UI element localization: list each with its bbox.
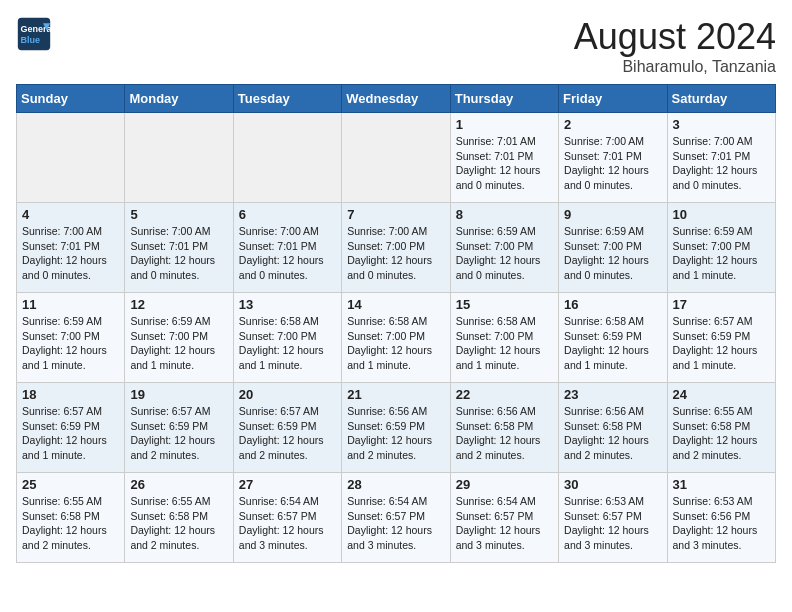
day-number: 3 bbox=[673, 117, 770, 132]
calendar-cell: 21Sunrise: 6:56 AMSunset: 6:59 PMDayligh… bbox=[342, 383, 450, 473]
calendar-cell: 10Sunrise: 6:59 AMSunset: 7:00 PMDayligh… bbox=[667, 203, 775, 293]
week-row-2: 4Sunrise: 7:00 AMSunset: 7:01 PMDaylight… bbox=[17, 203, 776, 293]
day-number: 24 bbox=[673, 387, 770, 402]
day-info: Sunrise: 6:55 AMSunset: 6:58 PMDaylight:… bbox=[22, 494, 119, 553]
calendar-cell: 30Sunrise: 6:53 AMSunset: 6:57 PMDayligh… bbox=[559, 473, 667, 563]
calendar-cell: 1Sunrise: 7:01 AMSunset: 7:01 PMDaylight… bbox=[450, 113, 558, 203]
day-number: 30 bbox=[564, 477, 661, 492]
day-info: Sunrise: 6:56 AMSunset: 6:58 PMDaylight:… bbox=[456, 404, 553, 463]
day-info: Sunrise: 6:55 AMSunset: 6:58 PMDaylight:… bbox=[130, 494, 227, 553]
day-number: 26 bbox=[130, 477, 227, 492]
weekday-header-thursday: Thursday bbox=[450, 85, 558, 113]
calendar-cell bbox=[233, 113, 341, 203]
calendar-cell: 13Sunrise: 6:58 AMSunset: 7:00 PMDayligh… bbox=[233, 293, 341, 383]
day-number: 22 bbox=[456, 387, 553, 402]
day-number: 17 bbox=[673, 297, 770, 312]
day-number: 18 bbox=[22, 387, 119, 402]
week-row-3: 11Sunrise: 6:59 AMSunset: 7:00 PMDayligh… bbox=[17, 293, 776, 383]
day-info: Sunrise: 6:57 AMSunset: 6:59 PMDaylight:… bbox=[130, 404, 227, 463]
day-info: Sunrise: 7:00 AMSunset: 7:01 PMDaylight:… bbox=[564, 134, 661, 193]
day-number: 5 bbox=[130, 207, 227, 222]
day-number: 20 bbox=[239, 387, 336, 402]
day-info: Sunrise: 7:00 AMSunset: 7:01 PMDaylight:… bbox=[239, 224, 336, 283]
day-number: 16 bbox=[564, 297, 661, 312]
day-info: Sunrise: 6:57 AMSunset: 6:59 PMDaylight:… bbox=[673, 314, 770, 373]
day-number: 31 bbox=[673, 477, 770, 492]
calendar-cell: 20Sunrise: 6:57 AMSunset: 6:59 PMDayligh… bbox=[233, 383, 341, 473]
day-number: 8 bbox=[456, 207, 553, 222]
day-number: 28 bbox=[347, 477, 444, 492]
calendar-cell: 14Sunrise: 6:58 AMSunset: 7:00 PMDayligh… bbox=[342, 293, 450, 383]
logo-icon: General Blue bbox=[16, 16, 52, 52]
day-info: Sunrise: 6:58 AMSunset: 6:59 PMDaylight:… bbox=[564, 314, 661, 373]
day-number: 6 bbox=[239, 207, 336, 222]
weekday-header-wednesday: Wednesday bbox=[342, 85, 450, 113]
location: Biharamulo, Tanzania bbox=[574, 58, 776, 76]
day-number: 29 bbox=[456, 477, 553, 492]
day-info: Sunrise: 6:59 AMSunset: 7:00 PMDaylight:… bbox=[130, 314, 227, 373]
calendar-cell: 11Sunrise: 6:59 AMSunset: 7:00 PMDayligh… bbox=[17, 293, 125, 383]
day-info: Sunrise: 7:01 AMSunset: 7:01 PMDaylight:… bbox=[456, 134, 553, 193]
day-number: 13 bbox=[239, 297, 336, 312]
calendar-cell: 31Sunrise: 6:53 AMSunset: 6:56 PMDayligh… bbox=[667, 473, 775, 563]
calendar-cell: 8Sunrise: 6:59 AMSunset: 7:00 PMDaylight… bbox=[450, 203, 558, 293]
calendar-cell: 7Sunrise: 7:00 AMSunset: 7:00 PMDaylight… bbox=[342, 203, 450, 293]
calendar-cell: 6Sunrise: 7:00 AMSunset: 7:01 PMDaylight… bbox=[233, 203, 341, 293]
day-info: Sunrise: 6:58 AMSunset: 7:00 PMDaylight:… bbox=[347, 314, 444, 373]
day-number: 2 bbox=[564, 117, 661, 132]
month-title: August 2024 bbox=[574, 16, 776, 58]
day-info: Sunrise: 7:00 AMSunset: 7:01 PMDaylight:… bbox=[130, 224, 227, 283]
day-number: 19 bbox=[130, 387, 227, 402]
day-info: Sunrise: 6:58 AMSunset: 7:00 PMDaylight:… bbox=[456, 314, 553, 373]
weekday-header-row: SundayMondayTuesdayWednesdayThursdayFrid… bbox=[17, 85, 776, 113]
day-info: Sunrise: 6:59 AMSunset: 7:00 PMDaylight:… bbox=[673, 224, 770, 283]
calendar-cell: 29Sunrise: 6:54 AMSunset: 6:57 PMDayligh… bbox=[450, 473, 558, 563]
day-info: Sunrise: 6:57 AMSunset: 6:59 PMDaylight:… bbox=[22, 404, 119, 463]
calendar-cell: 12Sunrise: 6:59 AMSunset: 7:00 PMDayligh… bbox=[125, 293, 233, 383]
calendar-cell: 26Sunrise: 6:55 AMSunset: 6:58 PMDayligh… bbox=[125, 473, 233, 563]
day-info: Sunrise: 7:00 AMSunset: 7:01 PMDaylight:… bbox=[673, 134, 770, 193]
day-info: Sunrise: 6:59 AMSunset: 7:00 PMDaylight:… bbox=[456, 224, 553, 283]
day-number: 15 bbox=[456, 297, 553, 312]
calendar-cell: 27Sunrise: 6:54 AMSunset: 6:57 PMDayligh… bbox=[233, 473, 341, 563]
svg-text:Blue: Blue bbox=[21, 35, 41, 45]
title-block: August 2024 Biharamulo, Tanzania bbox=[574, 16, 776, 76]
weekday-header-tuesday: Tuesday bbox=[233, 85, 341, 113]
week-row-1: 1Sunrise: 7:01 AMSunset: 7:01 PMDaylight… bbox=[17, 113, 776, 203]
calendar-body: 1Sunrise: 7:01 AMSunset: 7:01 PMDaylight… bbox=[17, 113, 776, 563]
day-number: 25 bbox=[22, 477, 119, 492]
calendar-cell bbox=[125, 113, 233, 203]
day-info: Sunrise: 6:57 AMSunset: 6:59 PMDaylight:… bbox=[239, 404, 336, 463]
day-info: Sunrise: 6:56 AMSunset: 6:58 PMDaylight:… bbox=[564, 404, 661, 463]
day-info: Sunrise: 6:55 AMSunset: 6:58 PMDaylight:… bbox=[673, 404, 770, 463]
day-number: 21 bbox=[347, 387, 444, 402]
week-row-5: 25Sunrise: 6:55 AMSunset: 6:58 PMDayligh… bbox=[17, 473, 776, 563]
calendar-cell: 25Sunrise: 6:55 AMSunset: 6:58 PMDayligh… bbox=[17, 473, 125, 563]
day-number: 23 bbox=[564, 387, 661, 402]
page-header: General Blue August 2024 Biharamulo, Tan… bbox=[16, 16, 776, 76]
weekday-header-sunday: Sunday bbox=[17, 85, 125, 113]
calendar-cell: 19Sunrise: 6:57 AMSunset: 6:59 PMDayligh… bbox=[125, 383, 233, 473]
calendar-cell: 4Sunrise: 7:00 AMSunset: 7:01 PMDaylight… bbox=[17, 203, 125, 293]
logo: General Blue bbox=[16, 16, 52, 52]
day-info: Sunrise: 6:56 AMSunset: 6:59 PMDaylight:… bbox=[347, 404, 444, 463]
calendar-cell: 9Sunrise: 6:59 AMSunset: 7:00 PMDaylight… bbox=[559, 203, 667, 293]
calendar-cell: 15Sunrise: 6:58 AMSunset: 7:00 PMDayligh… bbox=[450, 293, 558, 383]
day-info: Sunrise: 7:00 AMSunset: 7:00 PMDaylight:… bbox=[347, 224, 444, 283]
day-info: Sunrise: 6:54 AMSunset: 6:57 PMDaylight:… bbox=[347, 494, 444, 553]
calendar-cell: 23Sunrise: 6:56 AMSunset: 6:58 PMDayligh… bbox=[559, 383, 667, 473]
calendar-cell: 16Sunrise: 6:58 AMSunset: 6:59 PMDayligh… bbox=[559, 293, 667, 383]
day-number: 27 bbox=[239, 477, 336, 492]
calendar-cell: 3Sunrise: 7:00 AMSunset: 7:01 PMDaylight… bbox=[667, 113, 775, 203]
calendar-cell: 5Sunrise: 7:00 AMSunset: 7:01 PMDaylight… bbox=[125, 203, 233, 293]
day-info: Sunrise: 7:00 AMSunset: 7:01 PMDaylight:… bbox=[22, 224, 119, 283]
day-info: Sunrise: 6:59 AMSunset: 7:00 PMDaylight:… bbox=[22, 314, 119, 373]
day-info: Sunrise: 6:59 AMSunset: 7:00 PMDaylight:… bbox=[564, 224, 661, 283]
calendar-cell bbox=[342, 113, 450, 203]
day-number: 4 bbox=[22, 207, 119, 222]
day-number: 1 bbox=[456, 117, 553, 132]
calendar-cell: 24Sunrise: 6:55 AMSunset: 6:58 PMDayligh… bbox=[667, 383, 775, 473]
day-info: Sunrise: 6:54 AMSunset: 6:57 PMDaylight:… bbox=[239, 494, 336, 553]
day-number: 14 bbox=[347, 297, 444, 312]
calendar-cell bbox=[17, 113, 125, 203]
